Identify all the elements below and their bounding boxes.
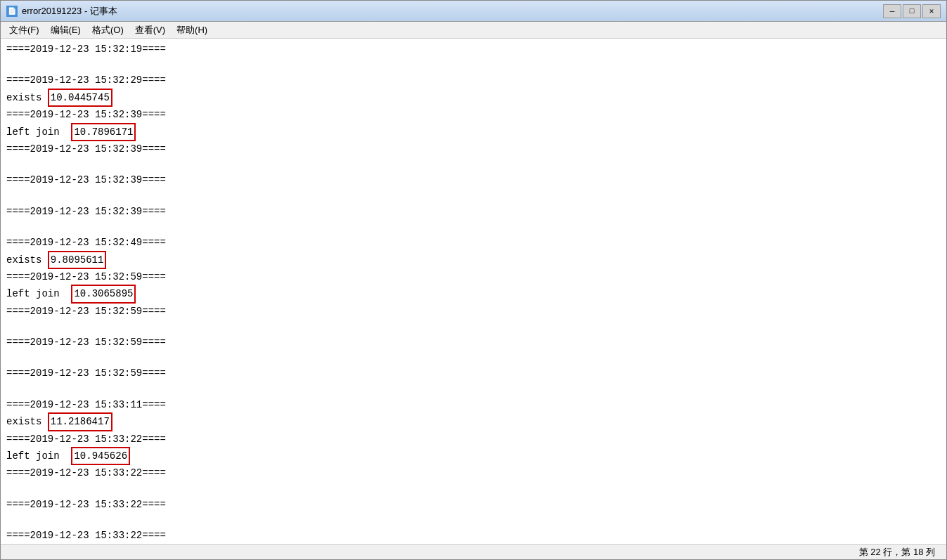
- log-empty-line: [6, 319, 941, 334]
- maximize-button[interactable]: □: [903, 4, 921, 18]
- minimize-button[interactable]: —: [883, 4, 901, 18]
- log-value: 10.3065895: [71, 285, 136, 303]
- close-button[interactable]: ✕: [922, 4, 941, 18]
- log-separator-line: ====2019-12-23 15:32:39====: [6, 204, 941, 219]
- log-separator-line: ====2019-12-23 15:33:22====: [6, 465, 941, 481]
- log-separator-line: ====2019-12-23 15:32:59====: [6, 269, 941, 285]
- log-separator-line: ====2019-12-23 15:32:39====: [6, 141, 941, 157]
- menu-view[interactable]: 查看(V): [129, 22, 171, 38]
- log-separator-line: ====2019-12-23 15:32:29====: [6, 72, 941, 88]
- log-empty-line: [6, 157, 941, 172]
- log-separator-line: ====2019-12-23 15:32:59====: [6, 334, 941, 350]
- log-separator-line: ====2019-12-23 15:33:22====: [6, 497, 941, 512]
- app-icon: 📄: [6, 6, 18, 17]
- window-title: error20191223 - 记事本: [22, 5, 117, 18]
- log-prefix: exists: [6, 416, 48, 427]
- notepad-window: 📄 error20191223 - 记事本 — □ ✕ 文件(F) 编辑(E) …: [0, 0, 947, 560]
- log-empty-line: [6, 481, 941, 497]
- log-empty-line: [6, 382, 941, 397]
- text-content-area[interactable]: ====2019-12-23 15:32:19==== ====2019-12-…: [1, 39, 946, 544]
- status-bar: 第 22 行，第 18 列: [1, 544, 946, 559]
- log-prefix: exists: [6, 92, 48, 103]
- log-empty-line: [6, 57, 941, 72]
- log-data-line: exists 9.8095611: [6, 251, 941, 269]
- title-bar: 📄 error20191223 - 记事本 — □ ✕: [1, 1, 946, 22]
- log-prefix: left join: [6, 288, 71, 299]
- menu-edit[interactable]: 编辑(E): [45, 22, 86, 38]
- log-data-line: left join 10.3065895: [6, 285, 941, 303]
- log-separator-line: ====2019-12-23 15:32:49====: [6, 235, 941, 250]
- log-value: 9.8095611: [48, 251, 107, 269]
- log-prefix: left join: [6, 450, 71, 462]
- log-value: 10.0445745: [48, 89, 112, 107]
- log-data-line: left join 10.945626: [6, 447, 941, 465]
- log-separator-line: ====2019-12-23 15:33:11====: [6, 397, 941, 412]
- log-separator-line: ====2019-12-23 15:32:59====: [6, 365, 941, 381]
- log-separator-line: ====2019-12-23 15:32:39====: [6, 107, 941, 122]
- log-value: 10.7896171: [71, 123, 136, 141]
- log-data-line: left join 10.7896171: [6, 123, 941, 141]
- log-data-line: exists 10.0445745: [6, 89, 941, 107]
- menu-format[interactable]: 格式(O): [86, 22, 129, 38]
- log-value: 11.2186417: [48, 412, 112, 431]
- log-value: 10.945626: [71, 447, 130, 465]
- log-prefix: left join: [6, 126, 71, 138]
- log-separator-line: ====2019-12-23 15:32:19====: [6, 41, 941, 57]
- log-data-line: exists 11.2186417: [6, 412, 941, 431]
- menu-help[interactable]: 帮助(H): [171, 22, 213, 38]
- log-prefix: exists: [6, 254, 48, 266]
- log-separator-line: ====2019-12-23 15:32:39====: [6, 172, 941, 188]
- log-separator-line: ====2019-12-23 15:33:22====: [6, 431, 941, 447]
- cursor-position: 第 22 行，第 18 列: [859, 546, 935, 559]
- log-empty-line: [6, 188, 941, 204]
- log-empty-line: [6, 350, 941, 365]
- log-separator-line: ====2019-12-23 15:32:59====: [6, 304, 941, 319]
- log-empty-line: [6, 219, 941, 235]
- log-separator-line: ====2019-12-23 15:33:22====: [6, 528, 941, 543]
- menu-bar: 文件(F) 编辑(E) 格式(O) 查看(V) 帮助(H): [1, 22, 946, 39]
- title-bar-left: 📄 error20191223 - 记事本: [6, 5, 117, 18]
- menu-file[interactable]: 文件(F): [4, 22, 45, 38]
- title-bar-buttons: — □ ✕: [883, 4, 941, 18]
- log-empty-line: [6, 512, 941, 528]
